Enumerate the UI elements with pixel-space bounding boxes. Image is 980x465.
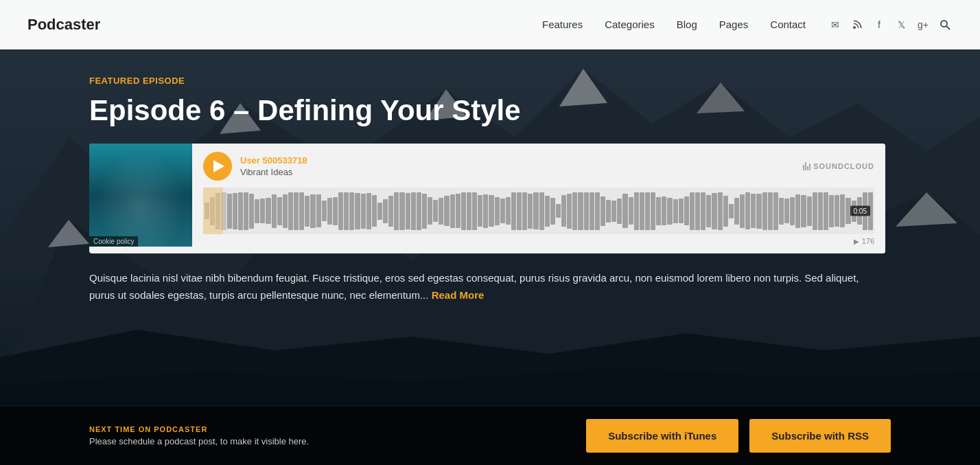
cookie-policy-text[interactable]: Cookie policy: [89, 236, 138, 247]
svg-line-2: [946, 26, 950, 30]
bottom-bar: NEXT TIME ON PODCASTER Please schedule a…: [0, 407, 980, 465]
navbar: Podcaster Features Categories Blog Pages…: [0, 0, 980, 49]
email-icon[interactable]: ✉: [828, 17, 843, 32]
nav-categories[interactable]: Categories: [605, 19, 655, 30]
next-time-section: NEXT TIME ON PODCASTER Please schedule a…: [89, 425, 559, 446]
subscribe-rss-button[interactable]: Subscribe with RSS: [749, 419, 891, 453]
svg-point-20: [113, 176, 168, 214]
soundcloud-player: Cookie policy User 500533718 Vibrant Ide…: [89, 144, 885, 253]
episode-description: Quisque lacinia nisl vitae nibh bibendum…: [89, 270, 885, 304]
svg-point-1: [941, 21, 947, 27]
play-button[interactable]: [203, 152, 232, 181]
nav-contact[interactable]: Contact: [770, 19, 806, 30]
svg-point-21: [135, 187, 146, 203]
read-more-link[interactable]: Read More: [432, 289, 485, 301]
thumbnail-image: [89, 144, 192, 247]
player-track-name: Vibrant Ideas: [240, 167, 292, 177]
brand-logo[interactable]: Podcaster: [27, 16, 100, 34]
player-top: User 500533718 Vibrant Ideas SOUNDCLOUD: [203, 152, 874, 181]
player-info: User 500533718 Vibrant Ideas: [240, 155, 795, 178]
nav-features[interactable]: Features: [542, 19, 583, 30]
svg-rect-18: [89, 144, 192, 247]
time-badge: 0:05: [850, 206, 870, 216]
play-count: 176: [862, 237, 874, 245]
search-icon[interactable]: [937, 17, 953, 32]
sc-bar-1: [803, 165, 804, 170]
sc-bar-2: [805, 162, 806, 170]
play-count-icon: ▶: [854, 238, 859, 245]
next-time-text: Please schedule a podcast post, to make …: [89, 436, 559, 446]
player-user-link[interactable]: User 500533718: [240, 155, 795, 166]
episode-title: Episode 6 – Defining Your Style: [89, 94, 891, 127]
sc-bar-4: [809, 163, 810, 170]
waveform-progress: [203, 188, 223, 234]
sc-bar-3: [807, 166, 808, 170]
play-icon: [213, 160, 224, 172]
waveform-container[interactable]: 0:05: [203, 188, 874, 234]
waveform-bars: [203, 188, 874, 234]
svg-point-19: [100, 168, 182, 223]
googleplus-icon[interactable]: g+: [915, 17, 931, 32]
subscribe-buttons: Subscribe with iTunes Subscribe with RSS: [586, 419, 891, 453]
nav-pages[interactable]: Pages: [719, 19, 749, 30]
featured-label: Featured Episode: [89, 76, 891, 86]
thumbnail-svg: [89, 144, 192, 247]
soundcloud-label: SOUNDCLOUD: [813, 162, 874, 170]
soundcloud-bars-icon: [803, 162, 810, 170]
player-main: User 500533718 Vibrant Ideas SOUNDCLOUD: [192, 144, 885, 253]
soundcloud-logo: SOUNDCLOUD: [803, 162, 874, 170]
twitter-icon[interactable]: 𝕏: [894, 17, 909, 32]
svg-point-0: [853, 26, 856, 29]
facebook-icon[interactable]: f: [872, 17, 887, 32]
subscribe-itunes-button[interactable]: Subscribe with iTunes: [586, 419, 738, 453]
player-footer: ▶ 176: [203, 237, 874, 245]
next-time-label: NEXT TIME ON PODCASTER: [89, 425, 559, 433]
nav-blog[interactable]: Blog: [677, 19, 697, 30]
hero-section: Featured Episode Episode 6 – Defining Yo…: [0, 0, 980, 465]
navbar-icons: ✉ f 𝕏 g+: [828, 17, 953, 32]
player-thumbnail: Cookie policy: [89, 144, 192, 247]
rss-icon[interactable]: [850, 17, 865, 32]
